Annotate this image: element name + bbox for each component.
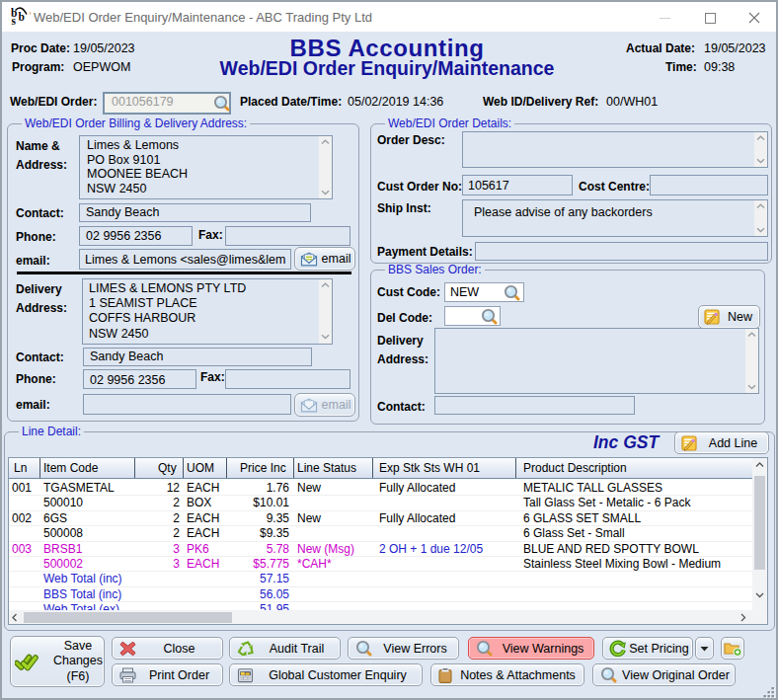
svg-text:b: b [19,11,25,23]
svg-text:s: s [12,15,17,27]
